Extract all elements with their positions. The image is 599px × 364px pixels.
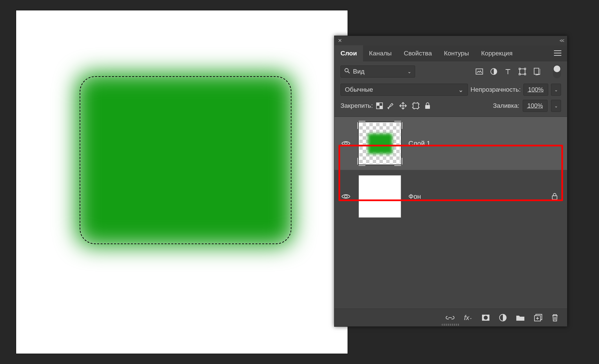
canvas[interactable] [16,10,348,354]
tab-adjust[interactable]: Коррекция [475,45,518,61]
layers-panel: ✕ << Слои Каналы Свойства Контуры Коррек… [334,36,567,327]
visibility-icon[interactable] [341,193,351,199]
layer-row-layer1[interactable]: Слой 1 [334,117,567,170]
new-group-icon[interactable] [516,314,525,321]
lock-all-icon[interactable] [425,102,431,109]
panel-menu-icon[interactable] [554,50,562,56]
opacity-label: Непрозрачность: [471,86,521,93]
add-mask-icon[interactable] [482,314,490,321]
link-layers-icon[interactable] [446,315,454,320]
filter-type-icons [476,68,540,75]
resize-grip[interactable] [442,324,460,326]
selection-marquee[interactable] [80,76,291,244]
lock-artboard-icon[interactable] [412,102,420,110]
lock-row: Закрепить: Заливка: 100% ⌄ [334,98,567,117]
layer-filter-select[interactable]: Вид ⌄ [341,65,415,78]
new-layer-icon[interactable] [534,314,542,321]
filter-row: Вид ⌄ [334,61,567,82]
tab-channels[interactable]: Каналы [363,45,398,61]
tab-layers[interactable]: Слои [334,45,363,61]
svg-rect-10 [376,103,380,106]
svg-rect-1 [476,69,483,74]
panel-footer: fx ⌄ [334,309,567,326]
new-adjustment-icon[interactable] [499,314,507,321]
layer-filter-label: Вид [353,68,405,75]
chevron-down-icon: ⌄ [407,69,411,74]
blend-mode-select[interactable]: Обычные ⌄ [341,84,468,96]
svg-point-18 [484,316,488,320]
panel-tabs: Слои Каналы Свойства Контуры Коррекция [334,45,567,61]
filter-shape-icon[interactable] [519,68,526,75]
layer-fx-icon[interactable]: fx ⌄ [464,314,472,322]
lock-transparency-icon[interactable] [376,102,383,109]
tab-paths[interactable]: Контуры [438,45,475,61]
delete-layer-icon[interactable] [552,314,558,322]
opacity-value[interactable]: 100% [523,84,548,96]
svg-rect-6 [519,74,520,75]
layer-name[interactable]: Фон [408,193,421,200]
filter-adjust-icon[interactable] [490,68,497,75]
svg-point-15 [345,195,347,198]
svg-rect-16 [552,196,557,199]
svg-rect-11 [380,106,383,109]
svg-rect-4 [519,68,520,70]
layer-row-background[interactable]: Фон [334,170,567,223]
blend-mode-label: Обычные [345,86,373,93]
svg-point-14 [345,142,347,145]
filter-smart-icon[interactable] [533,68,540,75]
layer-name[interactable]: Слой 1 [408,140,430,147]
fill-stepper[interactable]: ⌄ [551,100,561,112]
layers-list: Слой 1 Фон [334,117,567,223]
svg-rect-12 [413,103,418,108]
collapse-icon[interactable]: << [560,38,564,43]
svg-rect-13 [425,105,430,109]
tab-properties[interactable]: Свойства [398,45,438,61]
svg-point-0 [345,69,348,72]
lock-icons [376,102,431,110]
chevron-down-icon: ⌄ [458,86,464,94]
lock-icon[interactable] [552,193,558,200]
lock-pixels-icon[interactable] [388,102,394,109]
svg-rect-7 [524,74,526,75]
close-icon[interactable]: ✕ [338,38,342,44]
visibility-icon[interactable] [341,140,351,146]
layer-thumbnail[interactable] [359,175,401,218]
svg-rect-5 [524,68,526,70]
lock-label: Закрепить: [341,102,373,109]
opacity-stepper[interactable]: ⌄ [551,84,561,96]
layer-thumbnail[interactable] [359,122,401,165]
svg-rect-8 [534,68,539,74]
filter-toggle[interactable] [553,65,561,78]
fill-value[interactable]: 100% [523,100,548,112]
search-icon [344,68,350,76]
fill-label: Заливка: [493,102,519,109]
lock-position-icon[interactable] [399,102,407,110]
filter-type-text-icon[interactable] [505,68,511,75]
filter-pixel-icon[interactable] [476,69,483,75]
blend-row: Обычные ⌄ Непрозрачность: 100% ⌄ [334,82,567,98]
panel-header: ✕ << [334,36,567,45]
